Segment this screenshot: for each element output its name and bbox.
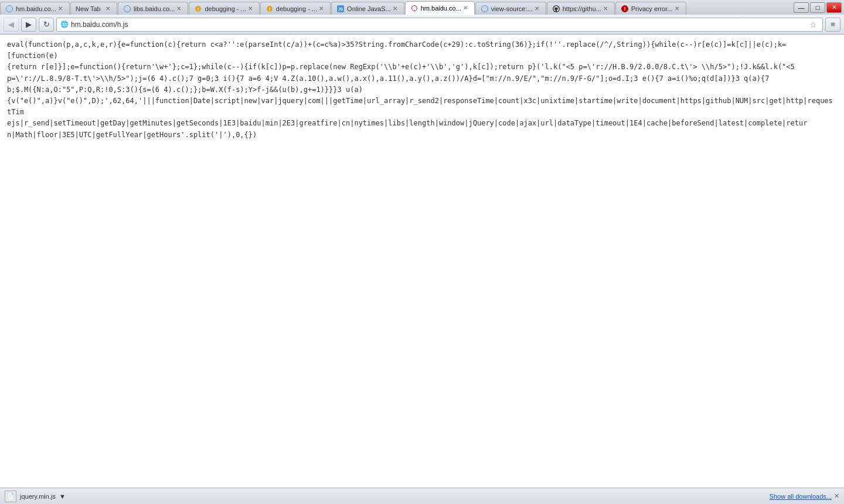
tab-label-8: view-source:... [491,5,533,12]
tab-icon-6: JS [336,5,345,13]
address-input[interactable] [71,21,805,29]
title-bar: hm.baidu.co... ✕ New Tab ✕ libs.baidu.co… [0,0,844,15]
code-line-7: n|Math|floor|3E5|UTC|getFullYear|getHour… [7,130,837,141]
code-line-5: {v("e()",a)}v("e()",D);',62,64,'|||funct… [7,96,837,118]
page-content: eval(function(p,a,c,k,e,r){e=function(c)… [0,35,844,488]
tab-debugging-1[interactable]: i debugging - ... ✕ [189,2,259,15]
tab-close-9[interactable]: ✕ [601,5,610,13]
tab-close-5[interactable]: ✕ [317,5,325,13]
tab-icon-8 [481,5,489,13]
tab-label-7: hm.baidu.co... [421,5,461,12]
tab-icon-7 [410,4,418,12]
tab-icon-3 [123,5,131,13]
tab-view-source[interactable]: view-source:... ✕ [475,2,546,15]
tabs-container: hm.baidu.co... ✕ New Tab ✕ libs.baidu.co… [0,0,790,15]
tab-hm-baidu-1[interactable]: hm.baidu.co... ✕ [0,2,70,15]
tab-label-6: Online JavaS... [347,5,391,12]
download-dropdown-icon[interactable]: ▼ [59,493,66,500]
tab-close-7[interactable]: ✕ [461,4,469,12]
minimize-button[interactable]: — [794,2,809,13]
status-right: Show all downloads... ✕ [770,492,839,500]
download-file-icon: 📄 [5,491,16,502]
tab-icon-9 [552,5,560,13]
tab-label-4: debugging - ... [205,5,246,12]
address-bar[interactable]: 🌐 ☆ [56,18,823,32]
code-line-4: b;$.M({N:a,O:"5",P:Q,R:!0,S:3(){s=(6 4).… [7,84,837,96]
tab-label-5: debugging - ... [276,5,317,12]
svg-text:!: ! [624,6,625,12]
tab-icon-1 [5,5,13,13]
toolbar: ◀ ▶ ↻ 🌐 ☆ ≡ [0,15,844,35]
tab-close-2[interactable]: ✕ [104,5,112,13]
tab-label-1: hm.baidu.co... [16,5,56,12]
tab-hm-baidu-2[interactable]: hm.baidu.co... ✕ [405,1,475,15]
code-line-3: p=\'r://L.8.9/8-T.t\'>\\h/5>");j=(6 4).c… [7,73,837,84]
download-filename: jquery.min.js [20,493,56,500]
show-all-downloads-link[interactable]: Show all downloads... [770,493,832,500]
bookmark-icon[interactable]: ☆ [807,19,819,30]
status-bar: 📄 jquery.min.js ▼ Show all downloads... … [0,488,844,504]
browser-window: hm.baidu.co... ✕ New Tab ✕ libs.baidu.co… [0,0,844,504]
tab-close-1[interactable]: ✕ [56,5,64,13]
code-line-1: eval(function(p,a,c,k,e,r){e=function(c)… [7,39,837,62]
close-button[interactable]: ✕ [826,2,842,13]
svg-text:i: i [198,6,199,12]
download-item: 📄 jquery.min.js ▼ [5,491,66,502]
close-download-button[interactable]: ✕ [834,492,839,500]
tab-online-js[interactable]: JS Online JavaS... ✕ [331,2,404,15]
tab-icon-4: i [194,5,202,13]
tab-libs-baidu[interactable]: libs.baidu.co... ✕ [118,2,188,15]
reload-button[interactable]: ↻ [39,18,54,32]
tab-label-9: https://githu... [563,5,601,12]
tab-debugging-2[interactable]: i debugging - ... ✕ [260,2,331,15]
tab-close-6[interactable]: ✕ [391,5,399,13]
tab-privacy-error[interactable]: ! Privacy error... ✕ [615,2,686,15]
security-icon: 🌐 [60,21,69,28]
forward-button[interactable]: ▶ [21,18,36,32]
tab-new[interactable]: New Tab ✕ [70,2,117,15]
svg-text:JS: JS [338,7,343,11]
tab-label-2: New Tab [76,5,104,12]
tab-label-10: Privacy error... [631,5,673,12]
maximize-button[interactable]: □ [810,2,825,13]
tab-close-8[interactable]: ✕ [533,5,541,13]
tab-github[interactable]: https://githu... ✕ [547,2,615,15]
tab-icon-10: ! [621,5,629,13]
menu-button[interactable]: ≡ [825,18,840,32]
tab-close-10[interactable]: ✕ [673,5,681,13]
code-line-6: ejs|r_send|setTimeout|getDay|getMinutes|… [7,118,837,129]
tab-icon-5: i [266,5,274,13]
svg-text:i: i [269,6,270,12]
back-button[interactable]: ◀ [4,18,19,32]
tab-close-4[interactable]: ✕ [246,5,254,13]
tab-close-3[interactable]: ✕ [175,5,183,13]
code-line-2: {return r[e]}];e=function(){return'\w+'}… [7,62,837,73]
window-controls: — □ ✕ [790,0,844,15]
tab-label-3: libs.baidu.co... [134,5,175,12]
